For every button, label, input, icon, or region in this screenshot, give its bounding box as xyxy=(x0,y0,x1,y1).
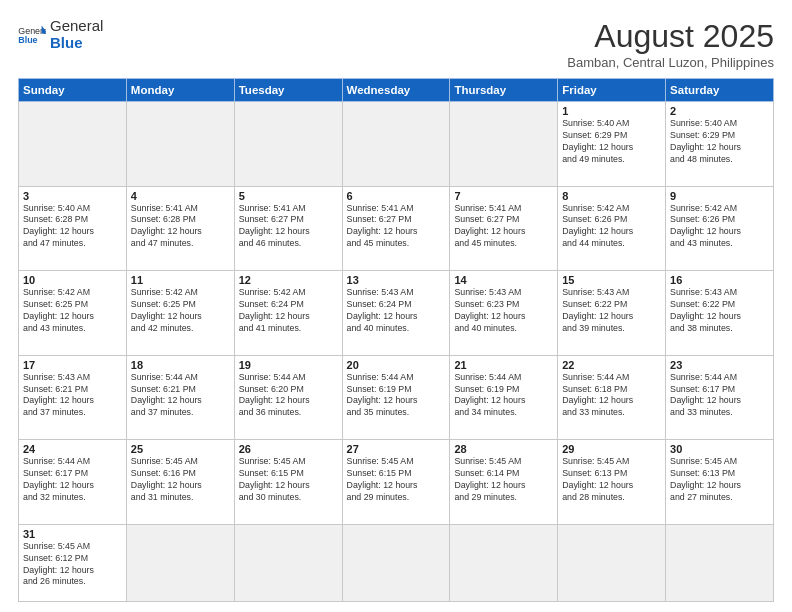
day-info: Sunrise: 5:41 AM Sunset: 6:27 PM Dayligh… xyxy=(239,203,338,251)
day-number: 12 xyxy=(239,274,338,286)
day-info: Sunrise: 5:43 AM Sunset: 6:24 PM Dayligh… xyxy=(347,287,446,335)
table-row xyxy=(126,524,234,601)
svg-rect-3 xyxy=(42,30,46,33)
table-row: 31Sunrise: 5:45 AM Sunset: 6:12 PM Dayli… xyxy=(19,524,127,601)
day-number: 28 xyxy=(454,443,553,455)
day-info: Sunrise: 5:42 AM Sunset: 6:26 PM Dayligh… xyxy=(562,203,661,251)
day-info: Sunrise: 5:43 AM Sunset: 6:21 PM Dayligh… xyxy=(23,372,122,420)
table-row xyxy=(126,102,234,187)
header: General Blue General Blue August 2025 Ba… xyxy=(18,18,774,70)
col-monday: Monday xyxy=(126,79,234,102)
day-info: Sunrise: 5:43 AM Sunset: 6:22 PM Dayligh… xyxy=(562,287,661,335)
table-row: 7Sunrise: 5:41 AM Sunset: 6:27 PM Daylig… xyxy=(450,186,558,271)
table-row: 9Sunrise: 5:42 AM Sunset: 6:26 PM Daylig… xyxy=(666,186,774,271)
day-info: Sunrise: 5:45 AM Sunset: 6:15 PM Dayligh… xyxy=(347,456,446,504)
day-info: Sunrise: 5:45 AM Sunset: 6:13 PM Dayligh… xyxy=(562,456,661,504)
table-row: 21Sunrise: 5:44 AM Sunset: 6:19 PM Dayli… xyxy=(450,355,558,440)
day-number: 15 xyxy=(562,274,661,286)
page: General Blue General Blue August 2025 Ba… xyxy=(0,0,792,612)
day-number: 21 xyxy=(454,359,553,371)
day-info: Sunrise: 5:40 AM Sunset: 6:29 PM Dayligh… xyxy=(670,118,769,166)
logo: General Blue General Blue xyxy=(18,18,103,51)
day-number: 29 xyxy=(562,443,661,455)
table-row: 10Sunrise: 5:42 AM Sunset: 6:25 PM Dayli… xyxy=(19,271,127,356)
table-row xyxy=(666,524,774,601)
day-info: Sunrise: 5:44 AM Sunset: 6:17 PM Dayligh… xyxy=(23,456,122,504)
table-row: 26Sunrise: 5:45 AM Sunset: 6:15 PM Dayli… xyxy=(234,440,342,525)
table-row xyxy=(234,102,342,187)
table-row: 30Sunrise: 5:45 AM Sunset: 6:13 PM Dayli… xyxy=(666,440,774,525)
table-row: 18Sunrise: 5:44 AM Sunset: 6:21 PM Dayli… xyxy=(126,355,234,440)
table-row xyxy=(450,524,558,601)
day-info: Sunrise: 5:44 AM Sunset: 6:20 PM Dayligh… xyxy=(239,372,338,420)
col-wednesday: Wednesday xyxy=(342,79,450,102)
day-info: Sunrise: 5:41 AM Sunset: 6:28 PM Dayligh… xyxy=(131,203,230,251)
table-row: 28Sunrise: 5:45 AM Sunset: 6:14 PM Dayli… xyxy=(450,440,558,525)
table-row: 16Sunrise: 5:43 AM Sunset: 6:22 PM Dayli… xyxy=(666,271,774,356)
table-row: 6Sunrise: 5:41 AM Sunset: 6:27 PM Daylig… xyxy=(342,186,450,271)
table-row: 22Sunrise: 5:44 AM Sunset: 6:18 PM Dayli… xyxy=(558,355,666,440)
day-info: Sunrise: 5:45 AM Sunset: 6:15 PM Dayligh… xyxy=(239,456,338,504)
day-number: 14 xyxy=(454,274,553,286)
svg-text:Blue: Blue xyxy=(18,35,37,45)
table-row xyxy=(450,102,558,187)
table-row: 2Sunrise: 5:40 AM Sunset: 6:29 PM Daylig… xyxy=(666,102,774,187)
day-number: 31 xyxy=(23,528,122,540)
table-row xyxy=(558,524,666,601)
day-number: 2 xyxy=(670,105,769,117)
table-row: 23Sunrise: 5:44 AM Sunset: 6:17 PM Dayli… xyxy=(666,355,774,440)
calendar-header-row: Sunday Monday Tuesday Wednesday Thursday… xyxy=(19,79,774,102)
col-tuesday: Tuesday xyxy=(234,79,342,102)
day-number: 19 xyxy=(239,359,338,371)
day-info: Sunrise: 5:40 AM Sunset: 6:28 PM Dayligh… xyxy=(23,203,122,251)
day-info: Sunrise: 5:45 AM Sunset: 6:16 PM Dayligh… xyxy=(131,456,230,504)
day-number: 27 xyxy=(347,443,446,455)
generalblue-logo-icon: General Blue xyxy=(18,24,46,46)
day-number: 11 xyxy=(131,274,230,286)
table-row: 19Sunrise: 5:44 AM Sunset: 6:20 PM Dayli… xyxy=(234,355,342,440)
col-saturday: Saturday xyxy=(666,79,774,102)
day-info: Sunrise: 5:45 AM Sunset: 6:14 PM Dayligh… xyxy=(454,456,553,504)
day-number: 25 xyxy=(131,443,230,455)
logo-blue-text: Blue xyxy=(50,35,103,52)
day-number: 8 xyxy=(562,190,661,202)
col-sunday: Sunday xyxy=(19,79,127,102)
day-info: Sunrise: 5:44 AM Sunset: 6:21 PM Dayligh… xyxy=(131,372,230,420)
table-row: 11Sunrise: 5:42 AM Sunset: 6:25 PM Dayli… xyxy=(126,271,234,356)
day-number: 4 xyxy=(131,190,230,202)
table-row: 17Sunrise: 5:43 AM Sunset: 6:21 PM Dayli… xyxy=(19,355,127,440)
day-info: Sunrise: 5:42 AM Sunset: 6:24 PM Dayligh… xyxy=(239,287,338,335)
table-row: 20Sunrise: 5:44 AM Sunset: 6:19 PM Dayli… xyxy=(342,355,450,440)
day-info: Sunrise: 5:41 AM Sunset: 6:27 PM Dayligh… xyxy=(347,203,446,251)
table-row: 15Sunrise: 5:43 AM Sunset: 6:22 PM Dayli… xyxy=(558,271,666,356)
day-info: Sunrise: 5:42 AM Sunset: 6:25 PM Dayligh… xyxy=(131,287,230,335)
title-block: August 2025 Bamban, Central Luzon, Phili… xyxy=(567,18,774,70)
table-row: 14Sunrise: 5:43 AM Sunset: 6:23 PM Dayli… xyxy=(450,271,558,356)
table-row: 8Sunrise: 5:42 AM Sunset: 6:26 PM Daylig… xyxy=(558,186,666,271)
col-thursday: Thursday xyxy=(450,79,558,102)
day-info: Sunrise: 5:40 AM Sunset: 6:29 PM Dayligh… xyxy=(562,118,661,166)
day-number: 16 xyxy=(670,274,769,286)
day-info: Sunrise: 5:42 AM Sunset: 6:25 PM Dayligh… xyxy=(23,287,122,335)
table-row: 27Sunrise: 5:45 AM Sunset: 6:15 PM Dayli… xyxy=(342,440,450,525)
calendar-table: Sunday Monday Tuesday Wednesday Thursday… xyxy=(18,78,774,602)
day-number: 6 xyxy=(347,190,446,202)
day-info: Sunrise: 5:43 AM Sunset: 6:23 PM Dayligh… xyxy=(454,287,553,335)
table-row: 4Sunrise: 5:41 AM Sunset: 6:28 PM Daylig… xyxy=(126,186,234,271)
logo-general-text: General xyxy=(50,18,103,35)
table-row: 12Sunrise: 5:42 AM Sunset: 6:24 PM Dayli… xyxy=(234,271,342,356)
table-row: 1Sunrise: 5:40 AM Sunset: 6:29 PM Daylig… xyxy=(558,102,666,187)
day-info: Sunrise: 5:42 AM Sunset: 6:26 PM Dayligh… xyxy=(670,203,769,251)
table-row: 24Sunrise: 5:44 AM Sunset: 6:17 PM Dayli… xyxy=(19,440,127,525)
day-number: 7 xyxy=(454,190,553,202)
day-number: 1 xyxy=(562,105,661,117)
day-number: 18 xyxy=(131,359,230,371)
day-number: 30 xyxy=(670,443,769,455)
table-row: 5Sunrise: 5:41 AM Sunset: 6:27 PM Daylig… xyxy=(234,186,342,271)
day-number: 26 xyxy=(239,443,338,455)
day-number: 10 xyxy=(23,274,122,286)
day-number: 20 xyxy=(347,359,446,371)
location: Bamban, Central Luzon, Philippines xyxy=(567,55,774,70)
day-info: Sunrise: 5:44 AM Sunset: 6:17 PM Dayligh… xyxy=(670,372,769,420)
day-number: 9 xyxy=(670,190,769,202)
